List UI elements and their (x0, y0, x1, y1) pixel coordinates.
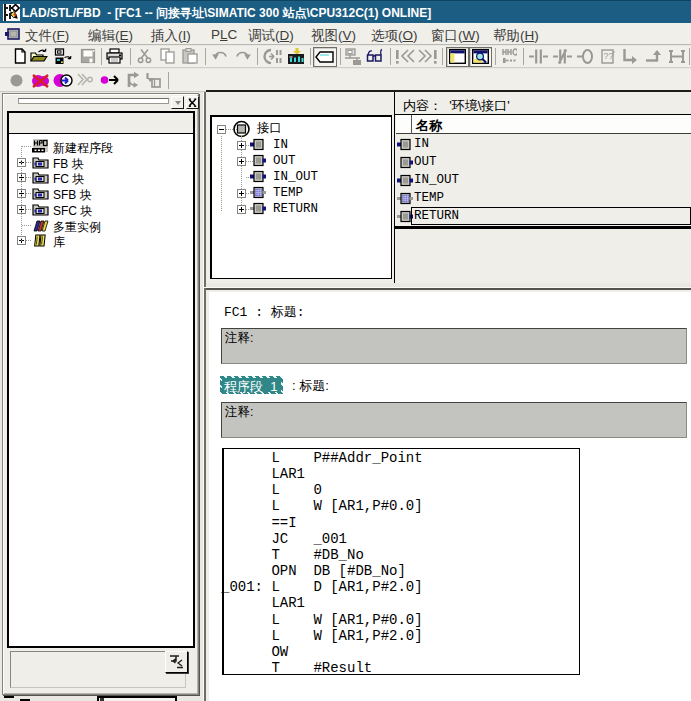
network-comment-box[interactable]: 注释: (221, 402, 687, 438)
menu-file[interactable]: 文件(F) (25, 27, 69, 45)
open-branch-icon[interactable] (621, 48, 639, 65)
stl-code[interactable]: L P##Addr_Point LAR1 L 0 L W [AR1,P#0.0]… (221, 450, 423, 676)
tree-item-label[interactable]: RETURN (273, 202, 318, 216)
title-bar[interactable]: LAD/STL/FBD - [FC1 -- 间接寻址\SIMATIC 300 站… (0, 0, 691, 23)
monitor-icon[interactable] (287, 48, 305, 65)
menu-help[interactable]: 帮助(H) (493, 27, 539, 45)
next-error-icon[interactable] (417, 48, 439, 65)
monitor-glasses-icon[interactable] (366, 48, 384, 64)
menu-edit[interactable]: 编辑(E) (88, 27, 133, 45)
block-folder-icon (32, 170, 49, 185)
declaration-pane: 接口 INOUTIN_OUTTEMPRETURN 内容： '环境\接口' 名称 … (206, 90, 691, 283)
window-fragment (97, 696, 177, 701)
app-icon[interactable] (3, 4, 20, 21)
paste-icon[interactable] (182, 48, 198, 64)
menu-debug[interactable]: 调试(D) (248, 27, 294, 45)
block-folder-icon (32, 186, 49, 201)
workspace: 接口 INOUTIN_OUTTEMPRETURN 内容： '环境\接口' 名称 … (0, 92, 691, 701)
comment-label: 注释: (225, 330, 253, 347)
print-icon[interactable] (106, 48, 123, 64)
download-icon[interactable] (263, 48, 282, 65)
declaration-icon-temp (397, 192, 413, 205)
insert-network-icon[interactable] (668, 48, 686, 65)
detail-row-out[interactable]: OUT (396, 155, 691, 170)
resume-icon[interactable] (77, 73, 93, 87)
detail-row-label: OUT (414, 155, 437, 169)
redo-icon[interactable] (234, 48, 252, 64)
tree-item-label[interactable]: OUT (273, 154, 296, 168)
declaration-icon-inout (250, 170, 266, 183)
open-icon[interactable] (30, 48, 48, 64)
empty-box-icon[interactable]: ?? (601, 48, 616, 65)
execute-call-icon[interactable] (100, 73, 121, 87)
menu-plc[interactable]: PLC (211, 27, 237, 42)
detail-row-in_out[interactable]: IN_OUT (396, 173, 691, 188)
collapse-box-interface[interactable] (217, 125, 226, 134)
menu-window[interactable]: 窗口(W) (431, 27, 480, 45)
copy-icon[interactable] (160, 48, 176, 64)
declaration-icon-out (250, 154, 266, 167)
detail-header: 内容： '环境\接口' (396, 94, 691, 114)
return-from-call-icon[interactable] (125, 71, 142, 89)
step-into-icon[interactable] (144, 72, 162, 89)
toolbar-debug (0, 69, 691, 92)
close-branch-icon[interactable] (645, 48, 663, 65)
symbolic-representation-icon[interactable] (502, 48, 517, 64)
contact-no-icon[interactable] (529, 48, 548, 65)
menu-view[interactable]: 视图(V) (311, 27, 356, 45)
palette-item-label[interactable]: SFC 块 (53, 203, 92, 220)
view-detail-button[interactable] (469, 47, 492, 67)
expand-box[interactable] (237, 141, 246, 150)
declaration-icon-out (397, 156, 413, 169)
declaration-icon-in (397, 138, 413, 151)
undo-icon[interactable] (211, 48, 229, 64)
coil-icon[interactable] (577, 48, 594, 65)
block-comment-box[interactable]: 注释: (221, 328, 687, 364)
detail-row-label: IN (414, 137, 429, 151)
detail-row-in[interactable]: IN (396, 137, 691, 152)
contact-nc-icon[interactable] (553, 48, 572, 65)
previous-error-icon[interactable] (394, 48, 416, 65)
palette-item-label[interactable]: 新建程序段 (53, 140, 113, 157)
block-folder-icon (32, 155, 49, 170)
tree-item-label[interactable]: TEMP (273, 186, 303, 200)
breakpoints-active-icon[interactable] (53, 72, 73, 89)
expand-box[interactable] (237, 189, 246, 198)
declaration-icon-return (250, 202, 266, 215)
expand-box[interactable] (237, 205, 246, 214)
palette-item-label[interactable]: 库 (53, 234, 65, 251)
stl-code-box[interactable]: L P##Addr_Point LAR1 L 0 L W [AR1,P#0.0]… (222, 448, 580, 675)
tree-root-label[interactable]: 接口 (257, 120, 282, 137)
new-network-icon (32, 139, 49, 154)
menu-insert[interactable]: 插入(I) (151, 27, 191, 45)
palette-item-label[interactable]: 多重实例 (53, 219, 101, 236)
tree-item-label[interactable]: IN (273, 138, 288, 152)
delete-breakpoints-icon[interactable] (31, 72, 50, 89)
new-icon[interactable] (12, 48, 28, 64)
open-online-icon[interactable] (53, 48, 72, 65)
address-tag-button[interactable] (313, 47, 337, 67)
menu-options[interactable]: 选项(O) (371, 27, 418, 45)
save-icon[interactable] (80, 48, 96, 64)
block-title[interactable]: FC1 : 标题: (224, 303, 305, 321)
cut-icon[interactable] (137, 48, 152, 64)
detail-row-temp[interactable]: TEMP (396, 191, 691, 206)
breakpoint-icon[interactable] (9, 73, 24, 88)
expand-box[interactable] (237, 157, 246, 166)
network-station-icon[interactable] (344, 48, 362, 65)
tree-item-label[interactable]: IN_OUT (273, 170, 318, 184)
palette-item-label[interactable]: FC 块 (53, 171, 84, 188)
declaration-icon-temp (250, 186, 266, 199)
palette-combobox[interactable] (18, 98, 169, 104)
declaration-end-line (395, 226, 691, 229)
network-badge[interactable]: 程序段 1 (220, 376, 283, 394)
child-window-icon[interactable] (5, 28, 20, 40)
palette-close-button[interactable] (186, 96, 199, 109)
detail-view: 内容： '环境\接口' 名称 INOUTIN_OUTTEMPRETURN (394, 92, 691, 283)
palette-dropdown-button[interactable] (171, 96, 184, 109)
palette-corner-button[interactable] (165, 651, 188, 673)
palette-item-label[interactable]: FB 块 (53, 156, 84, 173)
view-overview-button[interactable] (446, 47, 469, 67)
palette-bottom-strip (10, 651, 186, 688)
palette-item-label[interactable]: SFB 块 (53, 187, 92, 204)
